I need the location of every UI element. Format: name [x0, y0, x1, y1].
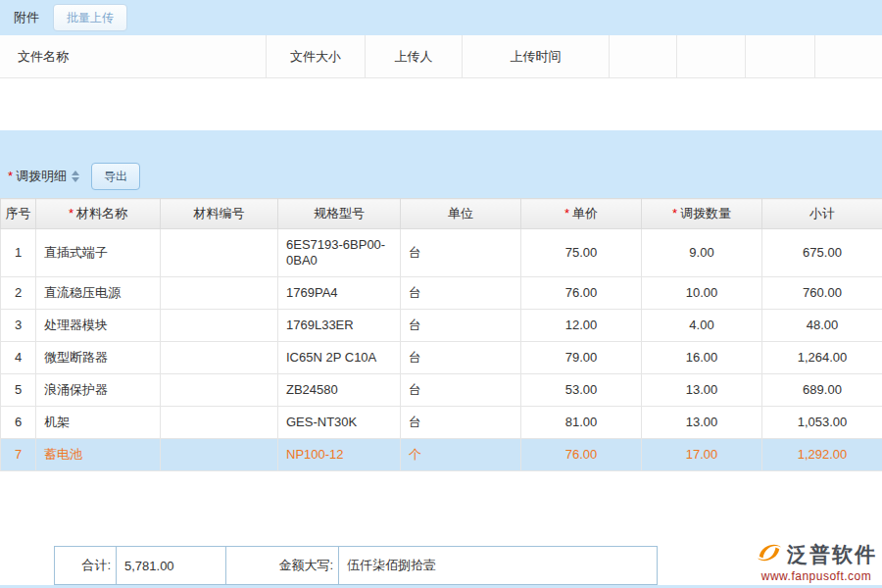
cell-qty: 16.00: [642, 342, 762, 374]
attachments-label: 附件: [14, 9, 39, 26]
cell-qty: 10.00: [642, 277, 762, 310]
column-header: 小计: [762, 199, 882, 229]
total-label: 合计:: [55, 547, 116, 584]
column-header: 单位: [401, 199, 521, 229]
attachment-column-header: [610, 35, 677, 77]
brand-url: www.fanpusoft.com: [756, 569, 877, 583]
fanpu-logo-icon: [756, 540, 783, 568]
cell-subtotal: 689.00: [762, 374, 882, 407]
table-row[interactable]: 3处理器模块1769L33ER台12.004.0048.00: [1, 310, 882, 342]
cell-spec: 1769PA4: [278, 277, 401, 310]
cell-unit: 个: [401, 439, 521, 471]
cell-qty: 13.00: [642, 407, 762, 439]
cell-qty: 17.00: [642, 439, 762, 471]
cell-name: 微型断路器: [36, 342, 161, 374]
required-mark: *: [564, 206, 569, 220]
table-row[interactable]: 2直流稳压电源1769PA4台76.0010.00760.00: [1, 277, 882, 310]
export-button[interactable]: 导出: [91, 163, 140, 190]
cell-qty: 4.00: [642, 310, 762, 342]
cell-price: 53.00: [521, 374, 642, 407]
cell-code: [161, 310, 278, 342]
cell-no: 1: [1, 229, 36, 277]
cell-name: 直插式端子: [36, 229, 161, 277]
cell-qty: 13.00: [642, 374, 762, 407]
detail-toolbar: * 调拨明细 导出: [0, 154, 882, 198]
column-header: 序号: [1, 199, 36, 229]
cell-price: 79.00: [521, 342, 642, 374]
cell-code: [161, 277, 278, 310]
amount-words-label: 金额大写:: [226, 547, 338, 584]
attachments-toolbar: 附件 批量上传: [0, 0, 882, 35]
cell-code: [161, 439, 278, 471]
cell-name: 直流稳压电源: [36, 277, 161, 310]
cell-unit: 台: [401, 374, 521, 407]
cell-subtotal: 760.00: [762, 277, 882, 310]
column-header: *单价: [521, 199, 642, 229]
cell-unit: 台: [401, 277, 521, 310]
attachment-header-row: 文件名称文件大小上传人上传时间: [0, 35, 882, 78]
cell-no: 2: [1, 277, 36, 310]
cell-subtotal: 1,053.00: [762, 407, 882, 439]
table-row[interactable]: 4微型断路器IC65N 2P C10A台79.0016.001,264.00: [1, 342, 882, 374]
attachment-table-body: [0, 78, 882, 129]
cell-price: 75.00: [521, 229, 642, 277]
attachment-column-header: [746, 35, 815, 77]
attachment-column-header: [815, 35, 882, 77]
cell-price: 76.00: [521, 277, 642, 310]
detail-section-title: 调拨明细: [16, 168, 67, 185]
attachment-column-header: 上传时间: [463, 35, 610, 77]
detail-table: 序号*材料名称材料编号规格型号单位*单价*调拨数量小计 1直插式端子6ES719…: [0, 198, 882, 471]
table-row[interactable]: 6机架GES-NT30K台81.0013.001,053.00: [1, 407, 882, 439]
cell-name: 蓄电池: [36, 439, 161, 471]
batch-upload-button[interactable]: 批量上传: [53, 4, 127, 31]
attachment-column-header: 文件大小: [267, 35, 366, 77]
table-row[interactable]: 7蓄电池NP100-12个76.0017.001,292.00: [1, 439, 882, 471]
cell-name: 机架: [36, 407, 161, 439]
cell-no: 6: [1, 407, 36, 439]
cell-name: 浪涌保护器: [36, 374, 161, 407]
cell-unit: 台: [401, 342, 521, 374]
cell-name: 处理器模块: [36, 310, 161, 342]
cell-price: 76.00: [521, 439, 642, 471]
total-value: 5,781.00: [116, 547, 226, 584]
table-row[interactable]: 1直插式端子6ES7193-6BP00-0BA0台75.009.00675.00: [1, 229, 882, 277]
column-header: 材料编号: [161, 199, 278, 229]
cell-unit: 台: [401, 310, 521, 342]
brand-name: 泛普软件: [787, 541, 877, 568]
cell-price: 81.00: [521, 407, 642, 439]
cell-subtotal: 675.00: [762, 229, 882, 277]
cell-code: [161, 374, 278, 407]
cell-spec: 1769L33ER: [278, 310, 401, 342]
required-mark: *: [8, 169, 13, 183]
brand-watermark: 泛普软件 www.fanpusoft.com: [756, 540, 877, 583]
sort-arrows-icon[interactable]: [72, 171, 79, 182]
cell-code: [161, 229, 278, 277]
cell-no: 5: [1, 374, 36, 407]
cell-spec: IC65N 2P C10A: [278, 342, 401, 374]
cell-qty: 9.00: [642, 229, 762, 277]
cell-unit: 台: [401, 229, 521, 277]
detail-table-body: 1直插式端子6ES7193-6BP00-0BA0台75.009.00675.00…: [1, 229, 882, 471]
cell-subtotal: 1,264.00: [762, 342, 882, 374]
attachment-column-header: 上传人: [366, 35, 463, 77]
table-row[interactable]: 5浪涌保护器ZB24580台53.0013.00689.00: [1, 374, 882, 407]
detail-header-row: 序号*材料名称材料编号规格型号单位*单价*调拨数量小计: [1, 199, 882, 229]
page: 附件 批量上传 文件名称文件大小上传人上传时间 * 调拨明细 导出 序号*材料名…: [0, 0, 882, 588]
cell-no: 7: [1, 439, 36, 471]
summary-section: 合计: 5,781.00 金额大写: 伍仟柒佰捌拾壹 泛普软件 www.fanp…: [0, 471, 882, 585]
required-mark: *: [69, 206, 74, 220]
cell-unit: 台: [401, 407, 521, 439]
amount-words-value: 伍仟柒佰捌拾壹: [338, 547, 657, 584]
attachment-column-header: [677, 35, 746, 77]
cell-spec: 6ES7193-6BP00-0BA0: [278, 229, 401, 277]
cell-no: 3: [1, 310, 36, 342]
cell-spec: GES-NT30K: [278, 407, 401, 439]
required-mark: *: [672, 206, 677, 220]
cell-code: [161, 407, 278, 439]
column-header: 规格型号: [278, 199, 401, 229]
cell-subtotal: 48.00: [762, 310, 882, 342]
section-spacer: [0, 130, 882, 154]
attachments-table: 文件名称文件大小上传人上传时间: [0, 35, 882, 130]
column-header: *调拨数量: [642, 199, 762, 229]
summary-box: 合计: 5,781.00 金额大写: 伍仟柒佰捌拾壹: [54, 546, 658, 585]
